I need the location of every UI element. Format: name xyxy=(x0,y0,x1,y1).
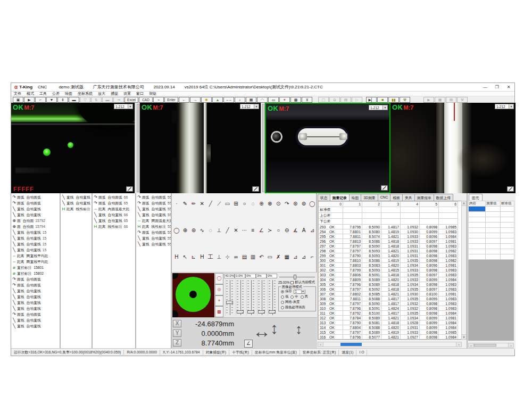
tool-icon[interactable]: ∡ xyxy=(291,226,300,235)
folder-icon[interactable]: ▤ xyxy=(340,97,351,103)
cad-button[interactable]: CAD xyxy=(139,97,153,103)
tab-CNC[interactable]: CNC xyxy=(378,194,391,201)
light-bulb-icon[interactable]: ✹ xyxy=(201,97,212,103)
camera-splitter[interactable] xyxy=(261,103,265,193)
slider-thumb-icon[interactable] xyxy=(247,310,254,314)
tool-icon[interactable]: ∠ xyxy=(257,226,265,235)
light-mode-button[interactable]: ◎ xyxy=(215,284,223,295)
image-icon[interactable]: ▲ xyxy=(212,97,223,103)
tool-icon[interactable]: ▦ xyxy=(282,253,291,261)
results-row[interactable]: 295OK7.88118.50741.48211.09330.80961.098… xyxy=(319,234,458,239)
feature-item[interactable]: ⇔距离两直线平均距 xyxy=(11,253,60,259)
jog-z-icon[interactable]: ↕ xyxy=(295,321,302,337)
tab-数据上传[interactable]: 数据上传 xyxy=(434,194,453,201)
tool-icon[interactable]: ⊕ xyxy=(181,226,189,235)
results-spec-row[interactable]: 上公差 xyxy=(319,213,458,219)
feature-item[interactable]: ↷圆弧自动圆弧55 xyxy=(136,229,171,235)
slider-thumb-icon[interactable] xyxy=(226,301,233,304)
feature-item[interactable]: ╲直线自动直线34 xyxy=(61,200,92,206)
wrench-icon[interactable]: ⚒ xyxy=(457,97,468,103)
feature-item[interactable]: ⇔距离两直线平均距 xyxy=(11,259,60,265)
level-radio-高[interactable] xyxy=(301,295,304,299)
probe-icon[interactable]: ⌐ xyxy=(35,97,46,103)
angle-jog-button[interactable]: ∠ xyxy=(244,340,253,348)
run-to-end-icon[interactable]: ▶▏ xyxy=(366,97,377,103)
scroll-up-icon[interactable]: ∧ xyxy=(462,201,466,206)
default-mode-checkbox[interactable] xyxy=(290,281,294,284)
feature-item[interactable]: ╲直线自动直线55 xyxy=(136,241,171,247)
results-row[interactable]: 304OK7.88098.50891.48201.09330.80991.098… xyxy=(319,277,458,282)
feature-item[interactable]: ↷圆弧自动圆弧65 xyxy=(93,200,135,206)
copy-icon[interactable]: ⧉ xyxy=(329,97,340,103)
chart-icon[interactable]: ⊻ xyxy=(302,97,312,103)
z-axis-button[interactable]: Z xyxy=(173,339,181,347)
level-radio-低[interactable] xyxy=(281,295,284,299)
tool-icon[interactable]: ▭ xyxy=(265,253,274,261)
results-row[interactable]: 303OK7.88068.50911.48181.09350.80971.098… xyxy=(319,273,458,277)
tool-icon[interactable]: ✗ xyxy=(274,253,282,261)
feature-item[interactable]: ↷圆弧自动圆弧 xyxy=(11,194,60,200)
feature-item[interactable]: ↷圆弧自动圆弧 xyxy=(11,311,60,317)
tool-icon[interactable]: ✎ xyxy=(181,200,189,208)
feature-item[interactable]: ⊕圆自动圆15794 xyxy=(11,224,60,229)
light-channel-slider[interactable] xyxy=(236,279,244,316)
feature-item[interactable]: ⊕圆自动圆15792 xyxy=(11,218,60,224)
updown-icon[interactable]: ⇅ xyxy=(91,97,102,103)
results-row[interactable]: 309OK7.87978.50901.48171.09320.80981.098… xyxy=(319,301,458,306)
tool-icon[interactable]: Η xyxy=(172,253,181,261)
light-mode-button[interactable]: ⌖ xyxy=(215,295,223,307)
tool-icon[interactable]: ▭ xyxy=(223,200,232,208)
results-row[interactable]: 297OK7.87978.50901.48181.09310.80981.098… xyxy=(319,244,458,249)
feature-item[interactable]: ⌀直径标注15801 xyxy=(11,265,60,270)
resize-handle-icon[interactable] xyxy=(381,185,388,191)
element-row[interactable] xyxy=(469,223,514,228)
results-row[interactable]: 306OK7.87978.50921.48181.09350.80971.098… xyxy=(319,287,458,292)
resize-handle-icon[interactable] xyxy=(252,186,259,192)
feature-item[interactable]: ╲直线自动直线 xyxy=(11,323,60,329)
feature-item[interactable]: ↷圆弧自动圆弧66 xyxy=(93,194,135,200)
scroll-right-icon[interactable]: › xyxy=(456,342,461,347)
tool-icon[interactable]: ◌ xyxy=(248,200,257,208)
tool-icon[interactable]: ◯ xyxy=(172,226,181,235)
tab-3D测量[interactable]: 3D测量 xyxy=(361,194,378,201)
tool-icon[interactable]: ↖ xyxy=(181,253,189,261)
results-row[interactable]: 301OK7.88038.50831.48201.09340.80961.098… xyxy=(319,263,458,268)
excel-button[interactable]: Excel xyxy=(124,97,138,103)
feature-item[interactable]: ╲直线自动直线 xyxy=(11,300,60,306)
feature-item[interactable]: ╲直线自动直线15 xyxy=(11,235,60,241)
rect-tool-icon[interactable]: ▭ xyxy=(268,97,279,103)
results-horizontal-scrollbar[interactable]: ‹ › xyxy=(318,342,462,347)
tool-icon[interactable]: Η xyxy=(198,253,206,261)
tab-elements[interactable]: 图元 xyxy=(469,194,483,201)
tool-down-icon[interactable]: ▼ xyxy=(46,97,57,103)
save2-icon[interactable]: ▢ xyxy=(318,97,329,103)
results-row[interactable]: 315OK7.87978.50891.48191.09330.80981.098… xyxy=(319,330,458,335)
tool-icon[interactable]: ⊜ xyxy=(300,200,308,208)
tool-icon[interactable]: ✏ xyxy=(189,200,198,208)
feature-item[interactable]: Η距离线性标注34 xyxy=(61,206,92,212)
feature-item[interactable]: ╲直线自动直线 xyxy=(11,212,60,218)
tool-icon[interactable]: ○ xyxy=(240,200,249,208)
light-channel-slider[interactable] xyxy=(268,279,276,316)
element-row[interactable] xyxy=(469,254,514,260)
resize-handle-icon[interactable] xyxy=(126,186,133,192)
scroll-down-icon[interactable]: ∨ xyxy=(462,334,466,339)
camera-range-select[interactable]: 1-212▼ xyxy=(495,104,514,109)
results-vertical-scrollbar[interactable]: ∧∨ xyxy=(461,201,467,340)
light-mode-button[interactable]: ◯ xyxy=(215,273,223,284)
tool-icon[interactable]: ╱ xyxy=(223,226,232,235)
tool-icon[interactable]: ⊿ xyxy=(300,253,308,261)
results-row[interactable]: 316OK7.87968.50771.48211.09270.80981.098… xyxy=(319,335,458,340)
feature-item[interactable]: ╲直线自动直线65 xyxy=(93,218,135,224)
results-spec-row[interactable]: 下公差 xyxy=(319,219,458,225)
tab-状态[interactable]: 状态 xyxy=(318,194,330,201)
tool-icon[interactable]: ↶ xyxy=(257,253,265,261)
resize-handle-icon[interactable] xyxy=(507,186,514,192)
results-row[interactable]: 314OK7.88048.50881.48201.09310.80991.098… xyxy=(319,325,458,330)
tool-icon[interactable]: · xyxy=(172,200,181,208)
feature-item[interactable]: ╲直线自动直线55 xyxy=(136,206,171,212)
color-mode-radio[interactable] xyxy=(281,306,284,309)
save-icon[interactable]: ▣ xyxy=(13,97,23,103)
stage-icon[interactable]: ▬ xyxy=(69,97,79,103)
tab-绘图[interactable]: 绘图 xyxy=(349,194,362,201)
